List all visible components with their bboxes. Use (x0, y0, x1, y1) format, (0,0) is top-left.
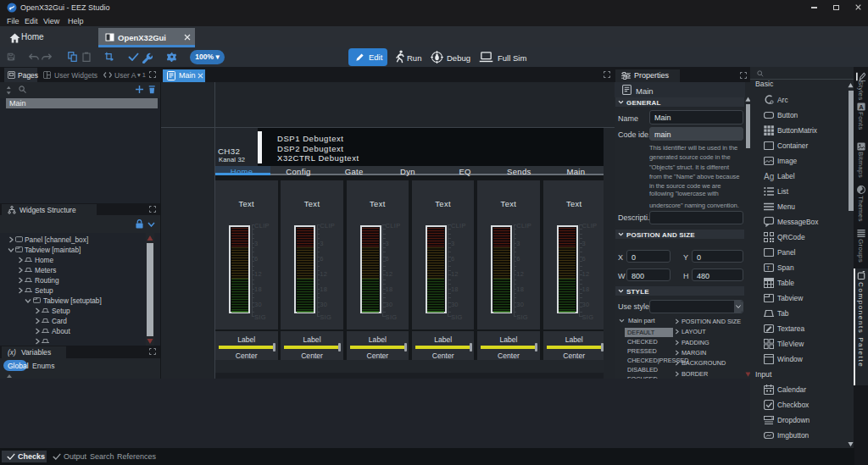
svg-text:A: A (859, 103, 864, 111)
svg-text:Ag: Ag (764, 172, 774, 181)
svg-text:T: T (766, 265, 771, 271)
